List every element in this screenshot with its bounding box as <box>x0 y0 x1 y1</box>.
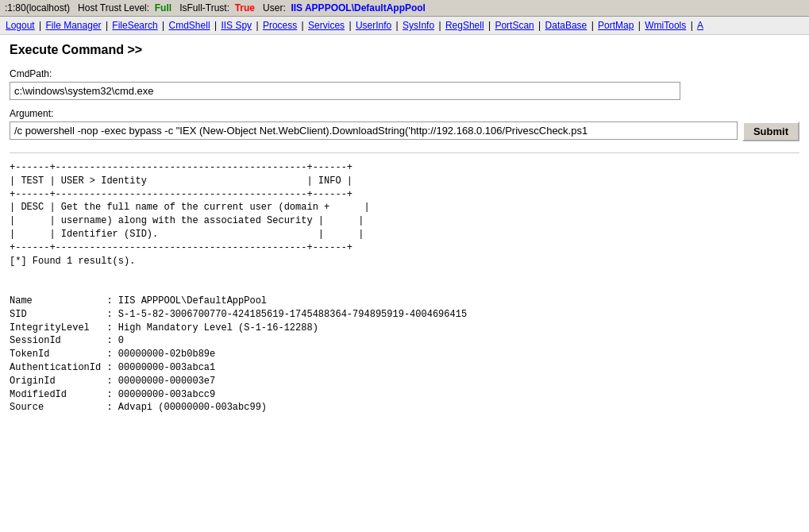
isfull-value: True <box>235 2 255 13</box>
page-title: Execute Command >> <box>10 43 799 57</box>
nav-portscan[interactable]: PortScan <box>495 20 534 31</box>
nav-database[interactable]: DataBase <box>545 20 587 31</box>
submit-button[interactable]: Submit <box>742 121 799 141</box>
user-value: IIS APPPOOL\DefaultAppPool <box>291 2 426 13</box>
nav-wmitools[interactable]: WmiTools <box>645 20 686 31</box>
nav-process[interactable]: Process <box>263 20 297 31</box>
argument-row: Submit <box>10 121 799 141</box>
nav-services[interactable]: Services <box>308 20 345 31</box>
isfull-label: IsFull-Trust: <box>179 2 229 13</box>
nav-bar: Logout | File Manager | FileSearch | Cmd… <box>0 17 809 35</box>
trust-label: Host Trust Level: <box>78 2 149 13</box>
nav-file-manager[interactable]: File Manager <box>46 20 102 31</box>
main-content: Execute Command >> CmdPath: Argument: Su… <box>0 35 809 422</box>
nav-regshell[interactable]: RegShell <box>445 20 484 31</box>
argument-label: Argument: <box>10 108 799 119</box>
nav-more[interactable]: A <box>697 20 703 31</box>
argument-input[interactable] <box>10 121 738 140</box>
nav-portmap[interactable]: PortMap <box>598 20 634 31</box>
status-bar: :1:80(localhost) Host Trust Level: Full … <box>0 0 809 17</box>
nav-filesearch[interactable]: FileSearch <box>112 20 157 31</box>
cmdpath-label: CmdPath: <box>10 68 799 79</box>
user-label: User: <box>263 2 286 13</box>
nav-cmdshell[interactable]: CmdShell <box>169 20 210 31</box>
cmdpath-input[interactable] <box>10 82 680 100</box>
nav-iis-spy[interactable]: IIS Spy <box>221 20 252 31</box>
nav-logout[interactable]: Logout <box>6 20 35 31</box>
connection-info: :1:80(localhost) <box>5 2 70 13</box>
nav-userinfo[interactable]: UserInfo <box>356 20 391 31</box>
output-area: +------+--------------------------------… <box>10 152 799 414</box>
nav-sysinfo[interactable]: SysInfo <box>403 20 434 31</box>
trust-value: Full <box>155 2 171 13</box>
